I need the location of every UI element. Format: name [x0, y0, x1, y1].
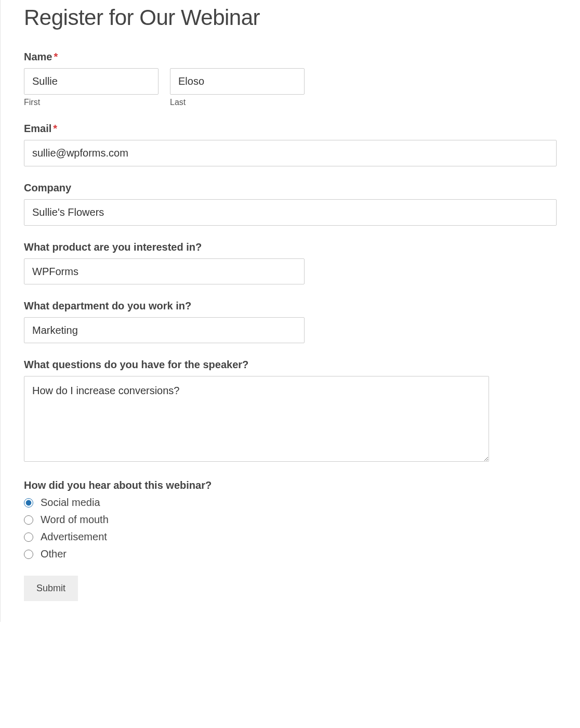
radio-item: Word of mouth	[24, 514, 557, 526]
email-input[interactable]	[24, 140, 557, 166]
department-select[interactable]: Marketing	[24, 317, 305, 343]
product-label: What product are you interested in?	[24, 241, 557, 253]
department-field: What department do you work in? Marketin…	[24, 300, 557, 343]
email-field: Email*	[24, 123, 557, 166]
email-label: Email*	[24, 123, 557, 135]
company-label: Company	[24, 182, 557, 194]
radio-label[interactable]: Social media	[41, 497, 100, 509]
questions-field: What questions do you have for the speak…	[24, 359, 557, 464]
product-field: What product are you interested in? WPFo…	[24, 241, 557, 284]
product-select[interactable]: WPForms	[24, 258, 305, 284]
first-name-input[interactable]	[24, 68, 159, 95]
company-field: Company	[24, 182, 557, 226]
required-asterisk: *	[54, 51, 58, 62]
first-name-sublabel: First	[24, 98, 159, 107]
radio-item: Social media	[24, 497, 557, 509]
questions-textarea[interactable]: How do I increase conversions?	[24, 376, 489, 462]
radio-label[interactable]: Word of mouth	[41, 514, 109, 526]
radio-label[interactable]: Other	[41, 548, 67, 560]
submit-button[interactable]: Submit	[24, 576, 78, 601]
hear-field: How did you hear about this webinar? Soc…	[24, 479, 557, 560]
radio-social-media[interactable]	[24, 498, 33, 508]
hear-label: How did you hear about this webinar?	[24, 479, 557, 491]
radio-item: Advertisement	[24, 531, 557, 543]
name-label-text: Name	[24, 51, 52, 62]
name-field: Name* First Last	[24, 51, 557, 107]
hear-radio-list: Social media Word of mouth Advertisement…	[24, 497, 557, 560]
page-title: Register for Our Webinar	[24, 5, 557, 30]
radio-item: Other	[24, 548, 557, 560]
questions-label: What questions do you have for the speak…	[24, 359, 557, 371]
radio-advertisement[interactable]	[24, 532, 33, 542]
radio-label[interactable]: Advertisement	[41, 531, 107, 543]
email-label-text: Email	[24, 123, 51, 134]
radio-other[interactable]	[24, 550, 33, 559]
radio-word-of-mouth[interactable]	[24, 515, 33, 525]
name-label: Name*	[24, 51, 557, 63]
last-name-sublabel: Last	[170, 98, 305, 107]
required-asterisk: *	[53, 123, 57, 134]
company-input[interactable]	[24, 199, 557, 226]
last-name-input[interactable]	[170, 68, 305, 95]
department-label: What department do you work in?	[24, 300, 557, 312]
